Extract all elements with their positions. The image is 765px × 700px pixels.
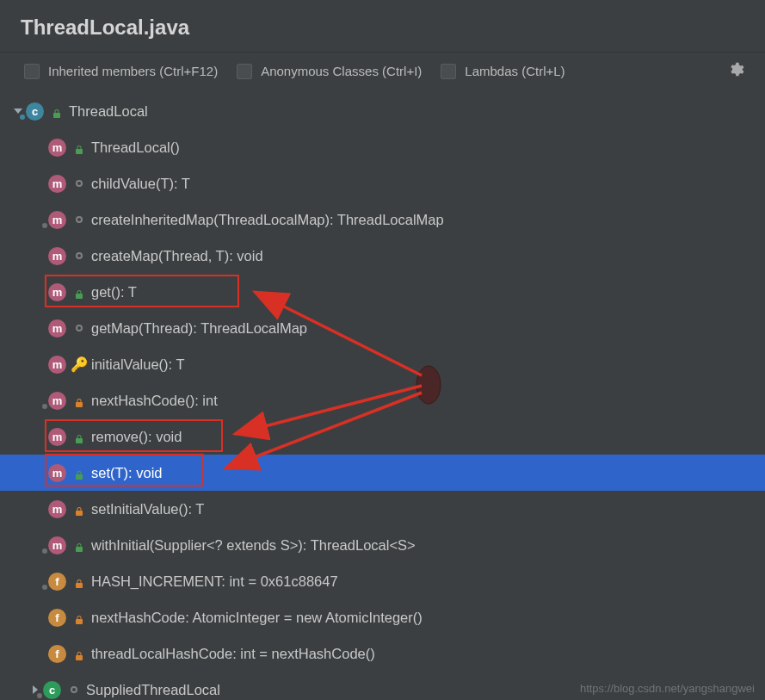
tree-item-label: remove(): void [91, 429, 182, 445]
method-icon: m [48, 428, 66, 446]
filter-lambdas-label: Lambdas (Ctrl+L) [465, 64, 564, 78]
class-icon: c [43, 681, 61, 699]
tree-item-label: threadLocalHashCode: int = nextHashCode(… [91, 646, 375, 662]
tree-item[interactable]: mnextHashCode(): int [0, 382, 765, 418]
file-title: ThreadLocal.java [21, 15, 744, 40]
class-icon: c [26, 102, 44, 121]
visibility-public-icon [74, 468, 84, 478]
method-icon: m [48, 392, 66, 410]
tree-item-label: createMap(Thread, T): void [91, 248, 263, 264]
tree-item[interactable]: mget(): T [0, 274, 765, 310]
visibility-private-icon [74, 576, 84, 586]
visibility-package-icon [74, 214, 84, 225]
method-icon: m [48, 356, 66, 374]
filter-anonymous-label: Anonymous Classes (Ctrl+I) [261, 64, 422, 78]
visibility-package-icon [74, 178, 84, 189]
gear-icon[interactable] [727, 61, 744, 81]
method-icon: m [48, 536, 66, 554]
tree-item-label: initialValue(): T [91, 356, 185, 373]
visibility-package-icon [69, 685, 79, 695]
visibility-package-icon [74, 251, 84, 261]
tree-item[interactable]: msetInitialValue(): T [0, 491, 765, 527]
tree-item[interactable]: mcreateInheritedMap(ThreadLocalMap): Thr… [0, 201, 765, 238]
structure-tree[interactable]: cThreadLocalmThreadLocal()mchildValue(T)… [0, 90, 765, 700]
tree-item[interactable]: mremove(): void [0, 418, 765, 455]
tree-item[interactable]: fthreadLocalHashCode: int = nextHashCode… [0, 635, 765, 672]
tree-item[interactable]: mgetMap(Thread): ThreadLocalMap [0, 310, 765, 346]
method-icon: m [48, 139, 66, 157]
visibility-public-icon [52, 106, 62, 116]
title-bar: ThreadLocal.java [0, 0, 765, 53]
tree-item-label: nextHashCode(): int [91, 393, 218, 409]
tree-item[interactable]: mcreateMap(Thread, T): void [0, 238, 765, 274]
filter-lambdas[interactable]: Lambdas (Ctrl+L) [441, 64, 564, 79]
visibility-private-icon [74, 504, 84, 514]
visibility-public-icon [74, 142, 84, 152]
tree-item-label: createInheritedMap(ThreadLocalMap): Thre… [91, 212, 444, 228]
checkbox-lambdas[interactable] [441, 64, 456, 79]
tree-item-label: withInitial(Supplier<? extends S>): Thre… [91, 537, 416, 554]
field-icon: f [48, 645, 66, 663]
tree-item-label: setInitialValue(): T [91, 501, 204, 517]
watermark: https://blog.csdn.net/yangshangwei [580, 682, 755, 695]
tree-item-label: SuppliedThreadLocal [86, 682, 220, 698]
checkbox-inherited[interactable] [24, 64, 40, 79]
method-icon: m [48, 319, 66, 338]
method-icon: m [48, 500, 66, 518]
method-icon: m [48, 175, 66, 193]
visibility-public-icon [74, 431, 84, 442]
filter-inherited[interactable]: Inherited members (Ctrl+F12) [24, 64, 218, 79]
visibility-public-icon [74, 540, 84, 550]
visibility-private-icon [74, 648, 84, 659]
tree-item-label: childValue(T): T [91, 176, 190, 192]
visibility-protected-icon: 🔑 [74, 359, 84, 369]
tree-item-label: nextHashCode: AtomicInteger = new Atomic… [91, 610, 423, 626]
tree-item[interactable]: mchildValue(T): T [0, 165, 765, 201]
tree-item[interactable]: mwithInitial(Supplier<? extends S>): Thr… [0, 527, 765, 563]
tree-item[interactable]: fHASH_INCREMENT: int = 0x61c88647 [0, 563, 765, 599]
filter-inherited-label: Inherited members (Ctrl+F12) [48, 64, 218, 78]
tree-item-label: set(T): void [91, 465, 163, 481]
method-icon: m [48, 247, 66, 265]
tree-item-label: getMap(Thread): ThreadLocalMap [91, 320, 307, 337]
method-icon: m [48, 283, 66, 301]
checkbox-anonymous[interactable] [237, 64, 252, 79]
tree-item-label: ThreadLocal() [91, 139, 180, 156]
tree-item[interactable]: mset(T): void [0, 455, 765, 491]
tree-root-label: ThreadLocal [69, 103, 148, 120]
tree-item[interactable]: fnextHashCode: AtomicInteger = new Atomi… [0, 599, 765, 635]
filter-anonymous[interactable]: Anonymous Classes (Ctrl+I) [237, 64, 422, 79]
tree-item-label: get(): T [91, 284, 137, 300]
visibility-package-icon [74, 323, 84, 333]
visibility-public-icon [74, 287, 84, 297]
tree-item[interactable]: mThreadLocal() [0, 129, 765, 165]
field-icon: f [48, 573, 66, 591]
method-icon: m [48, 211, 66, 229]
field-icon: f [48, 609, 66, 627]
tree-item[interactable]: m🔑initialValue(): T [0, 346, 765, 382]
method-icon: m [48, 464, 66, 482]
tree-item-label: HASH_INCREMENT: int = 0x61c88647 [91, 573, 338, 590]
visibility-private-icon [74, 612, 84, 623]
visibility-private-icon [74, 395, 84, 406]
tree-root[interactable]: cThreadLocal [0, 93, 765, 129]
filter-bar: Inherited members (Ctrl+F12) Anonymous C… [0, 53, 765, 90]
